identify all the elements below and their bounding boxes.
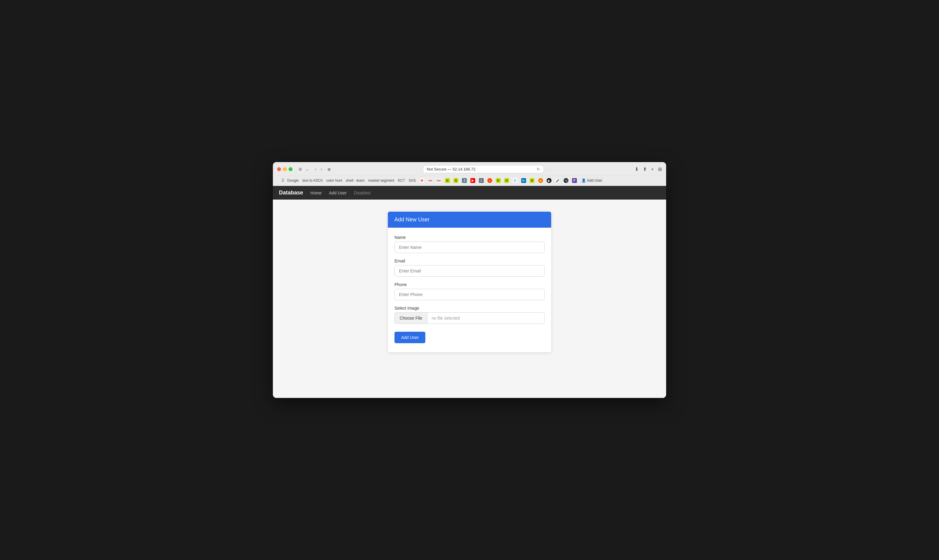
bookmark-kc7[interactable]: KC7	[397, 178, 406, 183]
share-button[interactable]: ⬆	[643, 166, 647, 172]
add-user-bookmark[interactable]: 👤 Add User	[580, 178, 604, 183]
downloads-button[interactable]: ⬇	[635, 166, 639, 172]
back-button[interactable]: ‹	[313, 166, 318, 173]
browser-window: ⊞ ⌄ ‹ › ⊗ Not Secure — 52.14.166.72 ↻ ⬇ …	[273, 162, 666, 398]
image-label: Select Image	[394, 306, 545, 311]
bookmark-mic[interactable]: 🎤	[554, 178, 561, 183]
image-field-group: Select Image Choose File no file selecte…	[394, 306, 545, 324]
maximize-button[interactable]	[289, 167, 292, 171]
new-tab-button[interactable]: +	[651, 167, 654, 172]
bookmark-orange[interactable]: ●	[537, 178, 544, 183]
form-card-header: Add New User	[388, 212, 551, 228]
reload-button[interactable]: ↻	[537, 167, 540, 171]
bookmark-j[interactable]: J	[461, 178, 468, 183]
bookmarks-bar: ⠿ Google text to ASCII color hunt shell …	[277, 176, 662, 186]
tab-overview-button[interactable]: ⊞	[658, 166, 662, 172]
bookmark-gmail[interactable]: M	[419, 178, 425, 183]
form-card-body: Name Email Phone Select Image Cho	[388, 228, 551, 352]
add-user-card: Add New User Name Email Phone	[388, 212, 551, 352]
close-button[interactable]	[277, 167, 281, 171]
bookmark-i[interactable]: i	[478, 178, 485, 183]
nav-add-user[interactable]: Add User	[329, 187, 346, 199]
bookmark-reddit[interactable]: r	[486, 178, 493, 183]
forward-button[interactable]: ›	[319, 166, 324, 173]
choose-file-button[interactable]: Choose File	[395, 313, 428, 323]
name-field-group: Name	[394, 235, 545, 253]
nav-arrows: ‹ ›	[313, 166, 324, 173]
bookmark-market-segment[interactable]: market segment	[367, 178, 395, 183]
email-field-group: Email	[394, 258, 545, 277]
bookmark-linkedin[interactable]: in	[520, 178, 527, 183]
apps-icon[interactable]: ⠿	[281, 178, 284, 183]
bookmark-h2[interactable]: H	[453, 178, 459, 183]
title-bar: ⊞ ⌄ ‹ › ⊗ Not Secure — 52.14.166.72 ↻ ⬇ …	[273, 162, 666, 186]
nav-disabled: Disabled	[354, 187, 370, 199]
phone-field-group: Phone	[394, 282, 545, 300]
bookmark-h5[interactable]: H	[529, 178, 536, 183]
bookmark-op[interactable]: ◐	[546, 178, 553, 183]
file-input-wrapper: Choose File no file selected	[394, 312, 545, 324]
phone-input[interactable]	[394, 289, 545, 300]
bookmark-google-favicon[interactable]: G	[512, 178, 519, 183]
nav-brand: Database	[279, 186, 303, 200]
traffic-lights	[277, 167, 292, 171]
bookmark-github[interactable]: ⌥	[563, 178, 570, 183]
name-input[interactable]	[394, 242, 545, 253]
bookmark-h1[interactable]: H	[444, 178, 451, 183]
add-user-submit-button[interactable]: Add User	[394, 332, 425, 343]
bookmark-google[interactable]: Google	[286, 178, 300, 183]
sidebar-toggle-button[interactable]: ⊞	[297, 166, 303, 172]
bookmark-text-ascii[interactable]: text to ASCII	[302, 178, 324, 183]
file-name-display: no file selected	[428, 313, 544, 323]
address-bar-container: Not Secure — 52.14.166.72 ↻	[335, 165, 632, 173]
bookmark-purple[interactable]: P	[571, 178, 578, 183]
nav-home[interactable]: Home	[310, 187, 322, 199]
address-text: Not Secure — 52.14.166.72	[427, 167, 476, 171]
bookmark-h4[interactable]: H	[503, 178, 510, 183]
chevron-down-icon[interactable]: ⌄	[304, 166, 310, 172]
bookmark-rm1[interactable]: RM	[427, 178, 434, 183]
add-user-bookmark-icon: 👤	[582, 178, 586, 183]
phone-label: Phone	[394, 282, 545, 287]
bookmark-color-hunt[interactable]: color hunt	[325, 178, 343, 183]
form-title: Add New User	[394, 217, 545, 223]
bookmark-h3[interactable]: H	[495, 178, 502, 183]
window-controls: ⊞ ⌄	[297, 166, 310, 172]
email-input[interactable]	[394, 265, 545, 277]
bookmark-rm2[interactable]: RM	[436, 178, 442, 183]
bookmark-shell-learn[interactable]: shell - learn	[345, 178, 365, 183]
email-label: Email	[394, 258, 545, 263]
page-content: Add New User Name Email Phone	[273, 200, 666, 398]
bookmark-youtube[interactable]: ▶	[469, 178, 476, 183]
name-label: Name	[394, 235, 545, 240]
bookmark-sas[interactable]: SAS	[408, 178, 417, 183]
toolbar-right: ⬇ ⬆ + ⊞	[635, 166, 662, 172]
add-user-bookmark-label: Add User	[587, 178, 602, 183]
address-bar[interactable]: Not Secure — 52.14.166.72 ↻	[423, 165, 544, 173]
shield-icon: ⊗	[327, 167, 331, 172]
minimize-button[interactable]	[283, 167, 287, 171]
nav-bar: Database Home Add User Disabled	[273, 186, 666, 200]
